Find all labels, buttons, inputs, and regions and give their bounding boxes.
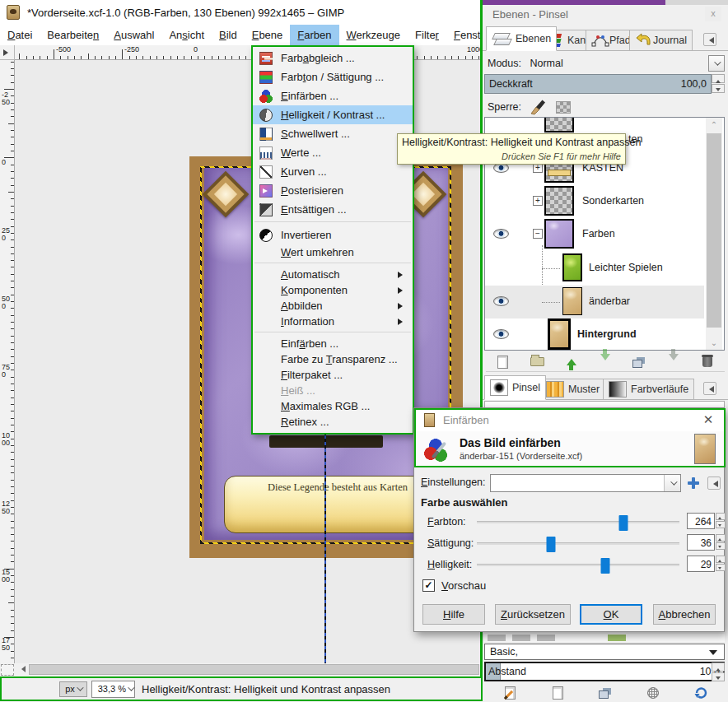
brush-preset-select[interactable]: Basic, (484, 644, 725, 660)
menu-item-farbe-zu-transparenz[interactable]: Farbe zu Transparenz ... (253, 351, 413, 367)
mode-dropdown-button[interactable] (708, 55, 725, 72)
menu-item-komponenten[interactable]: Komponenten (253, 282, 413, 298)
menu-ebene[interactable]: Ebene (245, 25, 291, 45)
spin-down-icon[interactable] (716, 521, 726, 528)
slider-spinner[interactable] (716, 556, 726, 571)
menu-item-abbilden[interactable]: Abbilden (253, 298, 413, 314)
slider-spinner[interactable] (716, 513, 726, 528)
hscroll-thumb[interactable] (29, 664, 479, 675)
preview-checkbox[interactable]: ✓ (422, 579, 435, 592)
spin-down-icon[interactable] (712, 672, 725, 681)
dock-menu-button[interactable] (703, 33, 716, 46)
spin-down-icon[interactable] (716, 542, 726, 550)
hilfe-button[interactable]: Hilfe (422, 604, 485, 625)
layer-row-leichter-spielen[interactable]: Leichter Spielen (485, 251, 704, 286)
expander-plus-icon[interactable]: + (533, 196, 543, 206)
menu-bearbeiten[interactable]: Bearbeiten (40, 25, 106, 45)
duplicate-layer-button[interactable] (628, 353, 650, 371)
slider-track[interactable] (477, 521, 679, 523)
menu-item-einfärben[interactable]: Einfärben ... (253, 336, 413, 351)
anchor-layer-button[interactable] (663, 353, 684, 371)
layer-row-änderbar[interactable]: änderbar (485, 286, 704, 318)
menu-werkzeuge[interactable]: Werkzeuge (339, 25, 408, 45)
brush-dock-menu-button[interactable] (703, 382, 716, 395)
scroll-left-button[interactable] (15, 663, 27, 676)
slider-value-input[interactable]: 264 (687, 513, 715, 529)
menu-filter[interactable]: Filter (408, 25, 446, 45)
layer-row-sonderkarten[interactable]: +Sonderkarten (485, 185, 704, 218)
spacing-spinner[interactable] (712, 662, 725, 681)
add-preset-button[interactable] (688, 477, 699, 489)
opacity-spinner[interactable] (712, 74, 725, 93)
menu-item-retinex[interactable]: Retinex ... (253, 414, 413, 430)
menu-bild[interactable]: Bild (212, 25, 245, 45)
menu-item-filterpaket[interactable]: Filterpaket ... (253, 367, 413, 383)
menu-item-schwellwert[interactable]: Schwellwert ... (253, 124, 413, 143)
slider-handle[interactable] (546, 537, 555, 552)
spin-down-icon[interactable] (716, 564, 726, 571)
menu-auswahl[interactable]: Auswahl (106, 25, 161, 45)
lock-pixels-brush-icon[interactable] (530, 99, 548, 115)
quickmask-toggle[interactable] (1, 664, 14, 676)
menu-item-invertieren[interactable]: Invertieren (253, 225, 413, 244)
zoom-select[interactable]: 33,3 % (91, 681, 135, 698)
menu-item-entsättigen[interactable]: Entsättigen ... (253, 200, 413, 219)
menu-item-farbabgleich[interactable]: Farbabgleich ... (253, 49, 413, 67)
lower-layer-button[interactable] (595, 353, 616, 371)
menu-item-maximales-rgb[interactable]: Maximales RGB ... (253, 398, 413, 414)
scroll-up-button[interactable]: ⌃ (706, 118, 722, 132)
dialog-titlebar[interactable]: Einfärben ✕ (414, 408, 726, 431)
dialog-close-button[interactable]: ✕ (699, 411, 717, 429)
spin-up-icon[interactable] (716, 534, 726, 542)
new-layer-button[interactable] (492, 353, 514, 371)
presets-menu-button[interactable] (707, 477, 721, 490)
slider-value-input[interactable]: 36 (687, 534, 715, 551)
layer-scrollbar[interactable]: ⌃ ⌄ (706, 118, 722, 350)
layer-row-farben[interactable]: −Farben (485, 218, 704, 251)
edit-brush-button[interactable] (499, 684, 520, 702)
menu-item-helligkeit-kontrast[interactable]: Helligkeit / Kontrast ... (253, 105, 413, 124)
spacing-slider[interactable]: Abstand 10,0 (484, 662, 725, 681)
menu-datei[interactable]: Datei (0, 25, 40, 45)
tab-ebenen[interactable]: Ebenen (486, 26, 557, 51)
slider-handle[interactable] (601, 558, 610, 574)
new-brush-button[interactable] (547, 684, 568, 702)
menu-ansicht[interactable]: Ansicht (161, 25, 212, 45)
dock-drag-strip[interactable] (483, 0, 665, 5)
layer-row-hintergrund[interactable]: Hintergrund (485, 318, 704, 351)
ruler-corner-button[interactable] (0, 45, 15, 60)
dropdown-button[interactable] (664, 475, 680, 491)
slider-spinner[interactable] (716, 534, 726, 550)
layer-scroll-thumb[interactable] (707, 133, 721, 328)
expander-minus-icon[interactable]: − (533, 229, 543, 239)
menu-item-kurven[interactable]: Kurven ... (253, 162, 413, 181)
spin-down-icon[interactable] (712, 84, 725, 93)
presets-select[interactable] (490, 474, 681, 492)
slider-handle[interactable] (619, 515, 628, 531)
slider-value-input[interactable]: 29 (687, 556, 715, 572)
menu-item-information[interactable]: Information (253, 314, 413, 329)
menu-item-automatisch[interactable]: Automatisch (253, 267, 413, 282)
zurcksetzen-button[interactable]: Zurücksetzen (495, 604, 571, 625)
horizontal-scrollbar[interactable] (15, 663, 481, 676)
menu-item-farbton-sättigung[interactable]: Farbton / Sättigung ... (253, 67, 413, 86)
lock-alpha-toggle[interactable] (556, 101, 571, 114)
menu-item-einfärben[interactable]: Einfärben ... (253, 86, 413, 105)
ok-button[interactable]: OK (580, 604, 642, 625)
refresh-brushes-button[interactable] (690, 684, 712, 702)
new-group-button[interactable] (526, 353, 548, 371)
visibility-eye-icon[interactable] (493, 296, 509, 306)
spin-up-icon[interactable] (716, 513, 726, 520)
tab-journal[interactable]: Journal (629, 30, 693, 51)
spin-up-icon[interactable] (716, 556, 726, 563)
tab-muster[interactable]: Muster (540, 379, 605, 400)
unit-select[interactable]: px (59, 681, 87, 697)
spin-up-icon[interactable] (712, 662, 725, 672)
tab-pinsel[interactable]: Pinsel (484, 375, 546, 400)
delete-layer-button[interactable] (697, 353, 718, 371)
scroll-down-button[interactable]: ⌄ (706, 336, 722, 350)
visibility-eye-icon[interactable] (493, 329, 509, 339)
menu-item-wert-umkehren[interactable]: Wert umkehren (253, 244, 413, 260)
visibility-eye-icon[interactable] (493, 229, 509, 239)
abbrechen-button[interactable]: Abbrechen (653, 604, 716, 625)
